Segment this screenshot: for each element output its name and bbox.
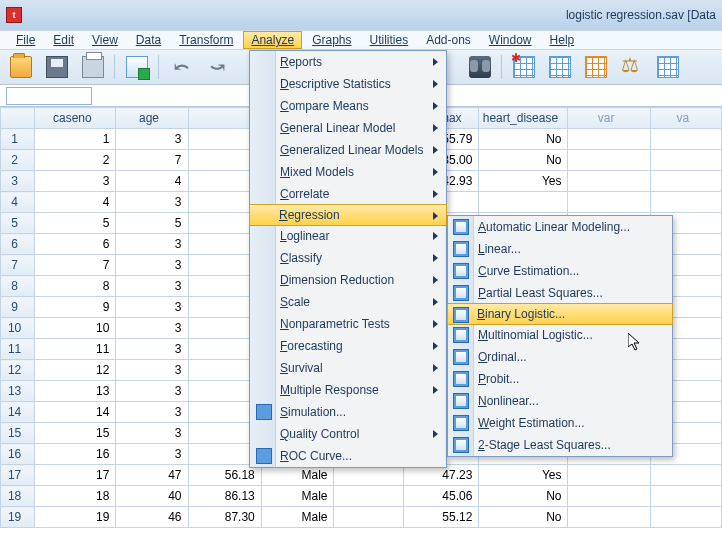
menu-utilities[interactable]: Utilities	[361, 31, 416, 49]
menu-item-reports[interactable]: Reports	[250, 51, 446, 73]
data-cell[interactable]: 86.13	[188, 486, 261, 507]
submenu-item-ordinal[interactable]: Ordinal...	[448, 346, 672, 368]
menu-item-mixed-models[interactable]: Mixed Models	[250, 161, 446, 183]
row-header[interactable]: 7	[1, 255, 35, 276]
data-cell[interactable]: 3	[116, 423, 188, 444]
print-button[interactable]	[76, 53, 110, 81]
data-cell[interactable]: 10	[35, 318, 116, 339]
menu-item-forecasting[interactable]: Forecasting	[250, 335, 446, 357]
data-cell[interactable]: 40	[116, 486, 188, 507]
submenu-item-stage-least-squares[interactable]: 2-Stage Least Squares...	[448, 434, 672, 456]
save-button[interactable]	[40, 53, 74, 81]
data-cell[interactable]	[568, 192, 650, 213]
menu-help[interactable]: Help	[542, 31, 583, 49]
data-cell[interactable]: 3	[35, 171, 116, 192]
data-cell[interactable]	[650, 150, 721, 171]
data-cell[interactable]: 3	[116, 297, 188, 318]
row-header[interactable]: 5	[1, 213, 35, 234]
data-cell[interactable]	[568, 465, 650, 486]
menu-file[interactable]: File	[8, 31, 43, 49]
menu-transform[interactable]: Transform	[171, 31, 241, 49]
data-cell[interactable]	[334, 486, 404, 507]
column-header-var[interactable]: var	[568, 108, 650, 129]
menu-addons[interactable]: Add-ons	[418, 31, 479, 49]
data-cell[interactable]: Male	[261, 507, 334, 528]
menu-item-compare-means[interactable]: Compare Means	[250, 95, 446, 117]
menu-data[interactable]: Data	[128, 31, 169, 49]
data-cell[interactable]: 16	[35, 444, 116, 465]
data-cell[interactable]: 45.06	[404, 486, 479, 507]
undo-button[interactable]: ⤺	[164, 53, 198, 81]
row-header[interactable]: 16	[1, 444, 35, 465]
data-cell[interactable]: Yes	[479, 171, 568, 192]
redo-button[interactable]: ⤻	[200, 53, 234, 81]
column-header-va[interactable]: va	[650, 108, 721, 129]
column-header-age[interactable]: age	[116, 108, 188, 129]
row-header[interactable]: 1	[1, 129, 35, 150]
row-header[interactable]: 6	[1, 234, 35, 255]
data-cell[interactable]: 2	[35, 150, 116, 171]
column-header-empty[interactable]	[1, 108, 35, 129]
data-cell[interactable]: No	[479, 150, 568, 171]
data-cell[interactable]	[650, 129, 721, 150]
variables-button[interactable]	[543, 53, 577, 81]
find-button[interactable]	[463, 53, 497, 81]
submenu-item-linear[interactable]: Linear...	[448, 238, 672, 260]
menu-item-nonparametric-tests[interactable]: Nonparametric Tests	[250, 313, 446, 335]
data-cell[interactable]: 5	[116, 213, 188, 234]
data-cell[interactable]: 46	[116, 507, 188, 528]
data-cell[interactable]: No	[479, 129, 568, 150]
data-cell[interactable]: 15	[35, 423, 116, 444]
data-cell[interactable]: 3	[116, 276, 188, 297]
data-cell[interactable]	[479, 192, 568, 213]
cell-name-box[interactable]	[6, 87, 92, 105]
data-cell[interactable]: 4	[116, 171, 188, 192]
column-header-caseno[interactable]: caseno	[35, 108, 116, 129]
data-cell[interactable]	[568, 171, 650, 192]
row-header[interactable]: 3	[1, 171, 35, 192]
menu-item-roc-curve[interactable]: ROC Curve...	[250, 445, 446, 467]
data-cell[interactable]: 9	[35, 297, 116, 318]
submenu-item-automatic-linear-modeling[interactable]: Automatic Linear Modeling...	[448, 216, 672, 238]
menu-item-descriptive-statistics[interactable]: Descriptive Statistics	[250, 73, 446, 95]
data-cell[interactable]: 6	[35, 234, 116, 255]
menu-item-regression[interactable]: Regression	[249, 204, 447, 226]
data-cell[interactable]: 4	[35, 192, 116, 213]
data-cell[interactable]: 7	[116, 150, 188, 171]
menu-item-scale[interactable]: Scale	[250, 291, 446, 313]
data-cell[interactable]: 47	[116, 465, 188, 486]
data-cell[interactable]: 3	[116, 402, 188, 423]
submenu-item-partial-least-squares[interactable]: Partial Least Squares...	[448, 282, 672, 304]
data-cell[interactable]: 11	[35, 339, 116, 360]
submenu-item-probit[interactable]: Probit...	[448, 368, 672, 390]
data-cell[interactable]: 8	[35, 276, 116, 297]
row-header[interactable]: 9	[1, 297, 35, 318]
data-cell[interactable]	[568, 507, 650, 528]
row-header[interactable]: 8	[1, 276, 35, 297]
data-cell[interactable]: 7	[35, 255, 116, 276]
data-cell[interactable]: 18	[35, 486, 116, 507]
data-cell[interactable]: No	[479, 507, 568, 528]
submenu-item-binary-logistic[interactable]: Binary Logistic...	[447, 303, 673, 325]
select-cases-button[interactable]	[651, 53, 685, 81]
row-header[interactable]: 13	[1, 381, 35, 402]
column-header-heart_disease[interactable]: heart_disease	[479, 108, 568, 129]
data-cell[interactable]: 5	[35, 213, 116, 234]
menu-item-dimension-reduction[interactable]: Dimension Reduction	[250, 269, 446, 291]
weight-cases-button[interactable]	[615, 53, 649, 81]
open-file-button[interactable]	[4, 53, 38, 81]
data-cell[interactable]	[650, 465, 721, 486]
data-cell[interactable]: 3	[116, 192, 188, 213]
data-cell[interactable]: Male	[261, 486, 334, 507]
data-cell[interactable]: 1	[35, 129, 116, 150]
menu-analyze[interactable]: Analyze	[243, 31, 302, 49]
menu-item-quality-control[interactable]: Quality Control	[250, 423, 446, 445]
row-header[interactable]: 15	[1, 423, 35, 444]
submenu-item-nonlinear[interactable]: Nonlinear...	[448, 390, 672, 412]
data-cell[interactable]: 3	[116, 234, 188, 255]
menu-item-generalized-linear-models[interactable]: Generalized Linear Models	[250, 139, 446, 161]
row-header[interactable]: 10	[1, 318, 35, 339]
data-cell[interactable]	[334, 507, 404, 528]
menu-item-loglinear[interactable]: Loglinear	[250, 225, 446, 247]
data-cell[interactable]	[650, 486, 721, 507]
